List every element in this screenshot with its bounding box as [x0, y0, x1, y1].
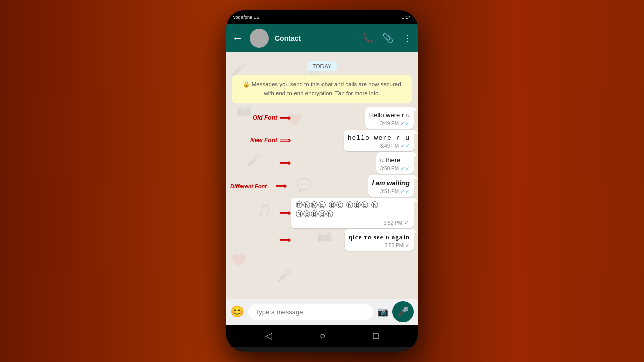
arrow-1: ⟹ [279, 113, 291, 123]
message-row-6: ⟹ ηice τσ see υ again 3:53 PM ✓ [230, 229, 414, 251]
arrow-6: ⟹ [279, 235, 291, 245]
status-bar: vodafone ES 8:14 [226, 10, 418, 24]
nav-home-button[interactable]: ○ [320, 331, 326, 341]
more-options-icon[interactable]: ⋮ [403, 33, 412, 44]
bubble-meta-1: 3:49 PM ✓✓ [369, 120, 410, 127]
bubble-text-3: u there [380, 156, 400, 164]
annotation-5: ⟹ [230, 208, 291, 218]
arrow-4-area: ⟹ [271, 181, 291, 191]
tick-1: ✓✓ [400, 120, 410, 127]
mic-button[interactable]: 🎤 [392, 301, 414, 322]
nav-bar: ◁ ○ □ [226, 325, 418, 347]
camera-button[interactable]: 📷 [377, 306, 388, 317]
bubble-time-3: 3:50 PM [380, 166, 399, 171]
bubble-time-4: 3:51 PM [380, 189, 399, 194]
call-icon[interactable]: 📞 [362, 33, 373, 44]
bubble-meta-2: 3:49 PM ✓✓ [348, 143, 410, 149]
tick-2: ✓✓ [400, 143, 410, 149]
bubble-text-2: hello were r u [348, 134, 410, 142]
message-row-3: ⟹ u there 3:50 PM ✓✓ [230, 152, 414, 174]
bubble-1: Hello were r u 3:49 PM ✓✓ [365, 107, 414, 129]
chat-body: 🎤 💬 📷 🎵 ❤️ 🎤 💬 🎵 📷 ❤️ 🎤 TODAY 🔒 Messages… [226, 52, 418, 299]
contact-info: Contact [275, 34, 356, 42]
encryption-notice[interactable]: 🔒 Messages you send to this chat and cal… [232, 75, 412, 103]
message-row-1: Old Font ⟹ Hello were r u 3:49 PM ✓✓ [230, 107, 414, 129]
bubble-meta-3: 3:50 PM ✓✓ [380, 165, 410, 172]
bubble-text-5: ⓜⓃⓂⒺ ⒷⒸ ⓃⒷⒺ Ⓝ ⓃⒷⒷⒷⓃ [296, 201, 409, 219]
nav-back-button[interactable]: ◁ [265, 330, 272, 341]
chat-header: ← Contact 📞 📎 ⋮ [226, 24, 418, 52]
bubble-2: hello were r u 3:49 PM ✓✓ [344, 130, 414, 151]
bubble-5: ⓜⓃⓂⒺ ⒷⒸ ⓃⒷⒺ Ⓝ ⓃⒷⒷⒷⓃ 3:52 PM ✓ [291, 198, 414, 228]
different-font-label: Different Font [230, 183, 267, 189]
nav-recent-button[interactable]: □ [373, 331, 379, 341]
msg-side-4: I am waiting 3:51 PM ✓✓ [291, 175, 414, 197]
tick-4: ✓✓ [400, 188, 410, 195]
header-actions: 📞 📎 ⋮ [362, 33, 412, 44]
phone-container: vodafone ES 8:14 ← Contact 📞 📎 ⋮ 🎤 💬 📷 🎵… [226, 10, 418, 352]
mic-icon: 🎤 [397, 306, 409, 317]
input-bar: 😊 📷 🎤 [226, 299, 418, 325]
tick-5: ✓ [404, 220, 409, 226]
bubble-3: u there 3:50 PM ✓✓ [376, 152, 414, 174]
bubble-meta-4: 3:51 PM ✓✓ [372, 188, 410, 195]
bubble-text-1: Hello were r u [369, 111, 410, 119]
bubble-time-5: 3:52 PM [384, 220, 403, 226]
message-row-4: Different Font ⟹ I am waiting 3:51 PM ✓✓ [230, 175, 414, 197]
arrow-2: ⟹ [279, 136, 291, 145]
msg-side-5: ⓜⓃⓂⒺ ⒷⒸ ⓃⒷⒺ Ⓝ ⓃⒷⒷⒷⓃ 3:52 PM ✓ [291, 198, 414, 228]
back-button[interactable]: ← [232, 32, 244, 45]
annotation-old-font: Old Font ⟹ [230, 113, 291, 123]
bubble-meta-6: 3:53 PM ✓ [349, 242, 410, 249]
contact-avatar[interactable] [250, 29, 269, 48]
tick-6: ✓ [405, 242, 410, 249]
bubble-time-2: 3:49 PM [380, 143, 399, 149]
annotation-new-font: New Font ⟹ [230, 136, 291, 145]
carrier-text: vodafone ES [233, 15, 260, 20]
message-row-5: ⟹ ⓜⓃⓂⒺ ⒷⒸ ⓃⒷⒺ Ⓝ ⓃⒷⒷⒷⓃ 3:52 PM ✓ [230, 198, 414, 228]
contact-name: Contact [275, 34, 356, 42]
bubble-text-4: I am waiting [372, 179, 410, 187]
arrow-3: ⟹ [279, 158, 291, 168]
bubble-4: I am waiting 3:51 PM ✓✓ [368, 175, 414, 197]
annotation-6: ⟹ [230, 235, 291, 245]
status-time: 8:14 [401, 15, 411, 20]
msg-side-1: Hello were r u 3:49 PM ✓✓ [291, 107, 414, 129]
diff-font-label-area: Different Font [230, 181, 271, 190]
message-input[interactable] [248, 304, 373, 320]
new-font-label: New Font [250, 137, 277, 144]
bubble-text-6: ηice τσ see υ again [349, 233, 410, 241]
msg-side-6: ηice τσ see υ again 3:53 PM ✓ [291, 229, 414, 251]
old-font-label: Old Font [253, 114, 277, 121]
emoji-button[interactable]: 😊 [230, 305, 244, 318]
attachment-icon[interactable]: 📎 [382, 33, 393, 44]
annotation-3: ⟹ [230, 158, 291, 168]
encryption-text: 🔒 Messages you send to this chat and cal… [243, 81, 401, 96]
bubble-time-6: 3:53 PM [385, 243, 404, 248]
arrow-5: ⟹ [279, 208, 291, 218]
message-row-2: New Font ⟹ hello were r u 3:49 PM ✓✓ [230, 130, 414, 151]
bubble-time-1: 3:49 PM [380, 121, 399, 126]
msg-side-2: hello were r u 3:49 PM ✓✓ [291, 130, 414, 151]
bubble-6: ηice τσ see υ again 3:53 PM ✓ [345, 229, 414, 251]
date-badge: TODAY [230, 61, 414, 71]
tick-3: ✓✓ [400, 165, 410, 172]
arrow-4: ⟹ [275, 181, 287, 191]
bubble-meta-5: 3:52 PM ✓ [296, 220, 409, 226]
msg-side-3: u there 3:50 PM ✓✓ [291, 152, 414, 174]
date-text: TODAY [307, 61, 338, 71]
